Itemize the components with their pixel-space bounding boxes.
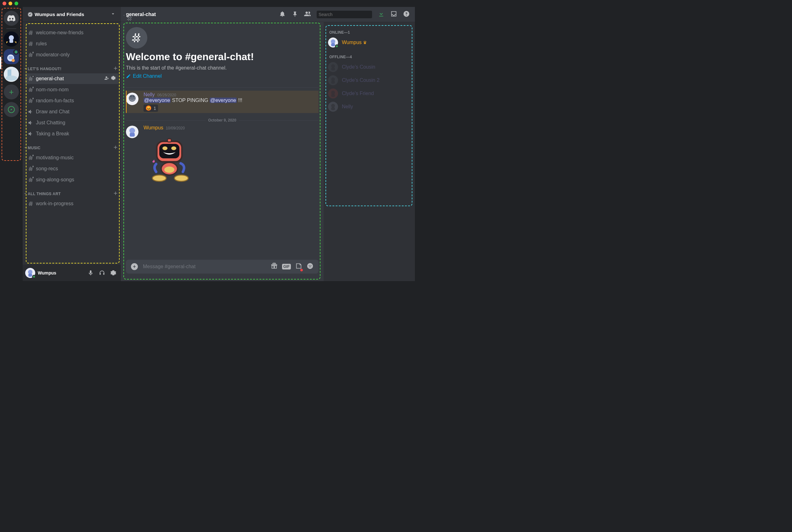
category-item[interactable]: MUSIC <box>23 139 121 152</box>
message-date: 06/26/2020 <box>157 93 176 97</box>
notifications-button[interactable] <box>279 11 286 19</box>
hash-icon <box>28 98 34 104</box>
maximize-window-button[interactable] <box>15 2 18 5</box>
channels-scroll[interactable]: welcome-new-friends rules moderator-only… <box>23 22 121 265</box>
svg-point-38 <box>331 64 335 68</box>
member-item[interactable]: Clyde's Cousin <box>326 60 413 74</box>
channel-settings-button[interactable] <box>111 76 116 82</box>
member-name: Clyde's Cousin 2 <box>342 77 380 83</box>
deafen-button[interactable] <box>97 268 107 278</box>
svg-point-24 <box>164 167 174 173</box>
channel-item[interactable]: moderator-only <box>25 50 118 60</box>
plus-icon: + <box>9 87 14 97</box>
svg-point-27 <box>162 146 168 150</box>
member-list-toggle[interactable] <box>304 11 311 19</box>
edit-channel-link[interactable]: Edit Channel <box>126 73 318 79</box>
channel-item[interactable]: Just Chatting <box>25 117 118 128</box>
channel-item[interactable]: work-in-progress <box>25 198 118 209</box>
server-badge <box>13 49 19 55</box>
add-server-button[interactable]: + <box>4 84 19 99</box>
svg-point-16 <box>130 95 132 97</box>
reaction-count: 1 <box>154 106 156 111</box>
search-input[interactable] <box>318 12 374 17</box>
user-avatar[interactable] <box>25 268 35 278</box>
mention[interactable]: @everyone <box>210 98 237 103</box>
svg-rect-20 <box>130 133 135 137</box>
server-icon[interactable] <box>4 32 19 46</box>
svg-point-21 <box>152 175 166 181</box>
macos-title-bar <box>0 0 415 7</box>
svg-point-44 <box>331 91 335 94</box>
emoji-button[interactable] <box>307 263 313 271</box>
invite-button[interactable] <box>104 76 110 82</box>
search-box[interactable] <box>317 11 372 18</box>
channel-item[interactable]: random-fun-facts <box>25 95 118 106</box>
gif-button[interactable]: GIF <box>282 264 291 269</box>
download-button[interactable] <box>378 11 385 19</box>
category-label: ALL THINGS ART <box>28 192 61 196</box>
channel-item[interactable]: general-chat <box>25 73 118 84</box>
help-button[interactable] <box>403 11 410 19</box>
member-list: ONLINE—1 Wumpus ♛ OFFLINE—4 Clyde's Cous… <box>324 22 415 281</box>
category-item[interactable]: LET'S HANGOUT! <box>23 60 121 73</box>
add-channel-button[interactable] <box>113 190 118 197</box>
hash-icon <box>28 41 34 47</box>
hash-icon <box>28 155 34 161</box>
compose-input[interactable]: Message #general-chat <box>143 264 271 269</box>
message-avatar[interactable] <box>126 126 138 138</box>
message-author[interactable]: Nelly <box>143 92 155 98</box>
emoji-icon <box>307 263 313 269</box>
mute-button[interactable] <box>85 268 96 278</box>
message[interactable]: Wumpus 10/09/2020 <box>126 124 318 185</box>
channel-name: motivating-music <box>36 155 116 160</box>
channel-item[interactable]: rules <box>25 38 118 49</box>
member-item[interactable]: Clyde's Friend <box>326 87 413 100</box>
reaction[interactable]: 😡 1 <box>143 104 158 112</box>
member-item[interactable]: Clyde's Cousin 2 <box>326 74 413 87</box>
add-channel-button[interactable] <box>113 145 118 151</box>
server-icon[interactable] <box>4 67 19 82</box>
message-avatar[interactable] <box>126 93 138 105</box>
message-author[interactable]: Wumpus <box>143 125 163 131</box>
server-icon-selected[interactable] <box>4 49 19 64</box>
svg-point-8 <box>6 76 17 81</box>
close-window-button[interactable] <box>2 2 6 5</box>
channel-item[interactable]: Draw and Chat <box>25 107 118 117</box>
crown-icon: ♛ <box>363 40 367 45</box>
user-settings-button[interactable] <box>108 268 118 278</box>
rage-emoji-icon: 😡 <box>146 105 152 111</box>
svg-rect-12 <box>28 273 32 277</box>
channel-item[interactable]: song-recs <box>25 164 118 174</box>
message[interactable]: Nelly 06/26/2020 @everyone STOP PINGING … <box>126 91 318 113</box>
server-header[interactable]: Wumpus and Friends <box>23 7 121 22</box>
channel-item[interactable]: welcome-new-friends <box>25 27 118 38</box>
member-item[interactable]: Wumpus ♛ <box>326 36 413 49</box>
channel-item[interactable]: sing-along-songs <box>25 174 118 185</box>
channel-item[interactable]: nom-nom-nom <box>25 84 118 95</box>
member-item[interactable]: Nelly <box>326 100 413 113</box>
sticker-button[interactable] <box>295 263 302 271</box>
minimize-window-button[interactable] <box>8 2 12 5</box>
hash-icon <box>28 52 34 58</box>
sticker-icon <box>295 263 302 269</box>
server-name: Wumpus and Friends <box>35 12 84 17</box>
member-name: Clyde's Friend <box>342 91 374 96</box>
server-list: + <box>0 7 23 281</box>
add-channel-button[interactable] <box>113 65 118 72</box>
gift-button[interactable] <box>271 263 278 271</box>
member-category: ONLINE—1 <box>326 24 413 36</box>
channel-item[interactable]: motivating-music <box>25 152 118 163</box>
server-avatar-image <box>4 67 19 82</box>
mention[interactable]: @everyone <box>143 98 171 103</box>
home-button[interactable] <box>4 11 19 26</box>
explore-servers-button[interactable] <box>4 102 19 117</box>
category-item[interactable]: ALL THINGS ART <box>23 185 121 198</box>
speaker-icon <box>28 120 34 126</box>
speaker-icon <box>28 131 34 137</box>
pinned-button[interactable] <box>291 11 298 19</box>
channel-item[interactable]: Taking a Break <box>25 129 118 139</box>
channel-name: sing-along-songs <box>36 177 116 183</box>
user-name: Wumpus <box>38 270 85 276</box>
attach-button[interactable]: + <box>131 263 138 270</box>
inbox-button[interactable] <box>390 11 397 19</box>
